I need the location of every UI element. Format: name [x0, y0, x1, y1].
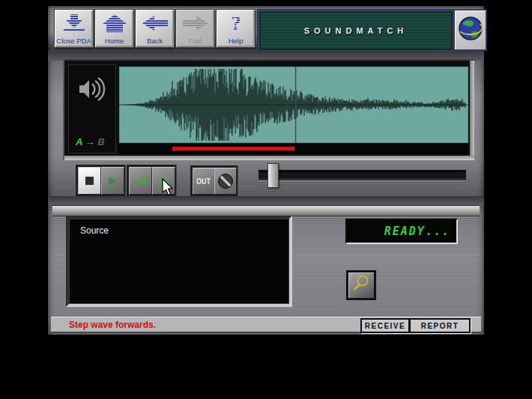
out-button[interactable]: OUT: [193, 168, 215, 195]
transport-group-2: ◀◀ ▶▶: [127, 165, 177, 197]
waveform: [119, 67, 468, 143]
status-bar-buttons: RECEIVE REPORT: [360, 318, 471, 333]
fwd-label: Fwd: [189, 37, 202, 47]
speaker-icon: [76, 74, 108, 110]
arrow-right-icon: →: [85, 136, 95, 147]
home-label: Home: [105, 37, 124, 47]
stop-button[interactable]: [78, 167, 101, 195]
home-button[interactable]: Home: [94, 9, 134, 48]
assembly-bevel-right: [470, 61, 474, 160]
close-pda-icon: [61, 10, 88, 37]
wave-assembly: A → B: [63, 59, 474, 160]
step-forward-button[interactable]: ▶▶: [152, 167, 175, 195]
slash-circle-icon: [218, 174, 233, 189]
marker-a: A: [76, 136, 82, 147]
status-lcd: READY...: [345, 219, 458, 244]
magnify-button[interactable]: [346, 270, 376, 300]
status-lcd-text: READY...: [384, 225, 450, 238]
out-group: OUT: [190, 165, 238, 197]
source-frame: Source: [66, 216, 292, 307]
rewind-icon: ◀◀: [136, 177, 145, 185]
pda-panel: Close PDA Home Back Fwd: [48, 6, 484, 335]
source-label: Source: [80, 225, 109, 236]
fast-forward-icon: ▶▶: [160, 177, 168, 185]
speaker-panel: A → B: [68, 64, 116, 153]
svg-text:?: ?: [231, 13, 241, 34]
report-button[interactable]: REPORT: [410, 319, 470, 332]
status-message: Step wave forwards.: [69, 320, 156, 330]
wave-progress-bar: [172, 147, 294, 150]
receive-button[interactable]: RECEIVE: [361, 319, 409, 332]
fwd-icon: [182, 10, 209, 37]
globe-button[interactable]: [453, 9, 487, 51]
source-screen: Source: [69, 219, 289, 304]
wave-progress-track: [118, 144, 468, 153]
back-button[interactable]: Back: [135, 9, 175, 48]
transport-group-1: [76, 165, 126, 197]
magnifier-icon: [351, 273, 372, 297]
screen: Close PDA Home Back Fwd: [0, 0, 532, 399]
home-icon: [101, 10, 128, 37]
back-icon: [142, 10, 169, 37]
in-out-knob-button[interactable]: [214, 168, 237, 195]
help-label: Help: [229, 37, 244, 47]
mid-divider: [48, 196, 484, 205]
fwd-button[interactable]: Fwd: [175, 9, 215, 48]
assembly-bevel-bottom: [64, 156, 474, 160]
close-pda-button[interactable]: Close PDA: [54, 9, 94, 48]
play-button[interactable]: [101, 167, 124, 195]
globe-icon: [457, 15, 484, 45]
page-title: SOUNDMATCH: [304, 26, 408, 35]
out-label: OUT: [196, 177, 211, 186]
help-icon: ?: [223, 10, 250, 37]
step-back-button[interactable]: ◀◀: [129, 167, 152, 195]
divider-ridge: [52, 205, 480, 216]
position-slider-track[interactable]: [259, 170, 466, 181]
title-plate: SOUNDMATCH: [258, 10, 454, 52]
status-bar: Step wave forwards. RECEIVE REPORT: [51, 317, 481, 333]
back-label: Back: [147, 37, 163, 47]
close-pda-label: Close PDA: [56, 37, 91, 47]
ab-marker: A → B: [76, 136, 105, 147]
wave-cursor-line: [295, 67, 296, 143]
play-icon: [109, 177, 117, 186]
help-button[interactable]: ? Help: [216, 9, 256, 48]
waveform-display[interactable]: [118, 66, 469, 144]
position-slider-thumb[interactable]: [267, 163, 279, 188]
stop-icon: [85, 177, 94, 185]
marker-b: B: [97, 136, 104, 147]
